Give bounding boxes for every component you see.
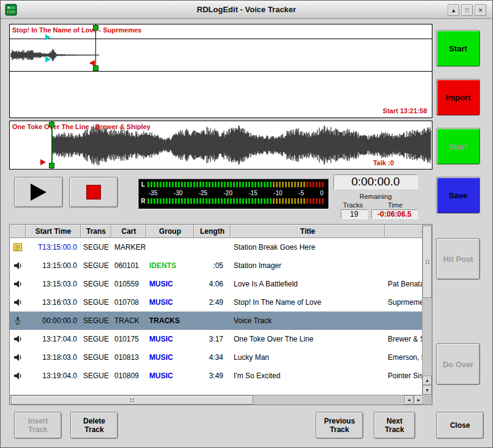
horizontal-scrollbar[interactable]: ◄ ► xyxy=(10,395,423,405)
meter-segment xyxy=(316,182,317,187)
row-cart: 010708 xyxy=(111,298,146,307)
track2-start-marker-handle-top[interactable] xyxy=(49,122,54,127)
track1-segue-marker-top[interactable] xyxy=(45,34,51,40)
meter-segment xyxy=(258,198,259,204)
thumb-grip xyxy=(130,398,135,403)
scroll-left-button[interactable]: ◄ xyxy=(404,395,413,405)
table-row[interactable]: 13:16:03.0 SEGUE 010708 MUSIC 2:49 Stop!… xyxy=(10,293,423,312)
next-track-button[interactable]: Next Track xyxy=(374,412,415,439)
meter-segment xyxy=(242,198,244,204)
thumb-grip xyxy=(425,259,430,264)
meter-segment xyxy=(169,182,171,187)
column-header-cart[interactable]: Cart xyxy=(111,225,146,238)
column-header[interactable] xyxy=(385,225,423,238)
column-header-group[interactable]: Group xyxy=(146,225,194,238)
meter-segment xyxy=(303,198,305,204)
row-transition: SEGUE xyxy=(81,243,111,252)
meter-segment xyxy=(172,182,174,187)
table-row[interactable]: 13:15:03.0 SEGUE 010559 MUSIC 4:06 Love … xyxy=(10,275,423,293)
meter-segment xyxy=(215,198,217,204)
meter-segment xyxy=(245,198,247,204)
meter-segment xyxy=(154,182,155,187)
meter-segment xyxy=(190,198,192,204)
meter-segment xyxy=(209,182,210,187)
table-row[interactable]: 00:00:00.0 SEGUE TRACK TRACKS Voice Trac… xyxy=(10,312,423,330)
row-transition: SEGUE xyxy=(81,371,111,380)
table-row[interactable]: T13:15:00.0 SEGUE MARKER Station Break G… xyxy=(10,238,423,256)
hit-post-button[interactable]: Hit Post xyxy=(436,238,480,280)
maximize-button[interactable]: □ xyxy=(461,4,473,16)
track2-start-marker-handle-bottom[interactable] xyxy=(49,163,54,168)
track2-waveform-panel: One Toke Over The Line - Brewer & Shiple… xyxy=(9,121,432,170)
vertical-scrollbar-thumb[interactable] xyxy=(423,226,432,298)
meter-segment xyxy=(306,182,308,187)
track1-end-marker-handle-top[interactable] xyxy=(93,25,98,31)
delete-track-button[interactable]: Delete Track xyxy=(70,412,118,439)
row-title: I'm So Excited xyxy=(231,371,385,380)
row-length: 3:49 xyxy=(194,371,231,380)
audio-level-meter: L -35-30-25-20-15-10-50 R xyxy=(138,179,329,209)
table-row[interactable]: 13:19:04.0 SEGUE 010809 MUSIC 3:49 I'm S… xyxy=(10,367,423,383)
meter-segment xyxy=(150,182,152,187)
track2-talk-label: Talk :0 xyxy=(373,159,394,166)
log-table: Start TimeTransCartGroupLengthTitle T13:… xyxy=(9,224,432,405)
meter-segment xyxy=(199,198,201,204)
track1-waveform-panel: Stop! In The Name of Love - Suprmemes St… xyxy=(9,24,432,118)
shade-button[interactable]: ▲ xyxy=(448,4,459,16)
meter-segment xyxy=(264,198,265,204)
column-header-title[interactable]: Title xyxy=(231,225,385,238)
meter-segment xyxy=(267,182,269,187)
meter-segment xyxy=(196,182,198,187)
save-button[interactable]: Save xyxy=(436,177,480,214)
meter-segment xyxy=(196,198,198,204)
row-transition: SEGUE xyxy=(81,261,111,270)
column-header-start-time[interactable]: Start Time xyxy=(26,225,81,238)
remaining-tracks-value: 19 xyxy=(341,209,368,219)
stop-button[interactable] xyxy=(69,177,118,207)
meter-segment xyxy=(285,198,287,204)
meter-segment xyxy=(202,182,204,187)
meter-segment xyxy=(187,182,189,187)
row-cart: 060101 xyxy=(111,261,146,270)
horizontal-scrollbar-thumb[interactable] xyxy=(11,395,253,405)
meter-segment xyxy=(258,182,259,187)
play-button[interactable] xyxy=(14,177,63,207)
table-row[interactable]: 13:15:00.0 SEGUE 060101 IDENTS :05 Stati… xyxy=(10,256,423,275)
vertical-scrollbar[interactable]: ▲ ▼ xyxy=(422,225,432,395)
track1-segue-marker-bottom[interactable] xyxy=(45,56,51,62)
meter-segment xyxy=(160,198,161,204)
close-window-button[interactable]: ✕ xyxy=(475,4,486,16)
meter-segment xyxy=(285,182,287,187)
meter-segment xyxy=(169,198,171,204)
table-row[interactable]: 13:18:03.0 SEGUE 010813 MUSIC 4:34 Lucky… xyxy=(10,348,423,367)
resize-grip[interactable] xyxy=(422,395,432,405)
row-title: Love Is A Battlefield xyxy=(231,280,385,288)
scroll-down-button[interactable]: ▼ xyxy=(423,386,432,395)
track1-end-marker-handle-bottom[interactable] xyxy=(93,65,98,71)
start-track1-button[interactable]: Start xyxy=(436,30,480,67)
close-button[interactable]: Close xyxy=(436,412,484,439)
do-over-button[interactable]: Do Over xyxy=(436,343,480,385)
meter-segment xyxy=(166,182,168,187)
import-button[interactable]: Import xyxy=(436,79,480,116)
row-cart: 010809 xyxy=(111,371,146,380)
meter-segment xyxy=(291,198,293,204)
previous-track-button[interactable]: Previous Track xyxy=(316,412,363,439)
track2-talk-marker[interactable] xyxy=(40,159,46,165)
column-header[interactable] xyxy=(10,225,26,238)
row-group: MUSIC xyxy=(146,298,194,307)
row-length: 4:06 xyxy=(194,280,231,288)
table-row[interactable]: 13:17:04.0 SEGUE 010175 MUSIC 3:17 One T… xyxy=(10,330,423,348)
column-header-length[interactable]: Length xyxy=(194,225,231,238)
column-header-trans[interactable]: Trans xyxy=(81,225,111,238)
meter-segment xyxy=(310,182,311,187)
meter-segment xyxy=(288,182,290,187)
row-transition: SEGUE xyxy=(81,316,111,325)
track1-fade-marker[interactable] xyxy=(89,60,95,66)
meter-left-label: L xyxy=(139,181,147,188)
scroll-up-button[interactable]: ▲ xyxy=(423,376,432,385)
start-track2-button[interactable]: Start xyxy=(436,128,480,165)
insert-track-button[interactable]: Insert Track xyxy=(14,412,62,439)
row-cart: 010559 xyxy=(111,280,146,288)
log-rows: T13:15:00.0 SEGUE MARKER Station Break G… xyxy=(10,238,423,383)
